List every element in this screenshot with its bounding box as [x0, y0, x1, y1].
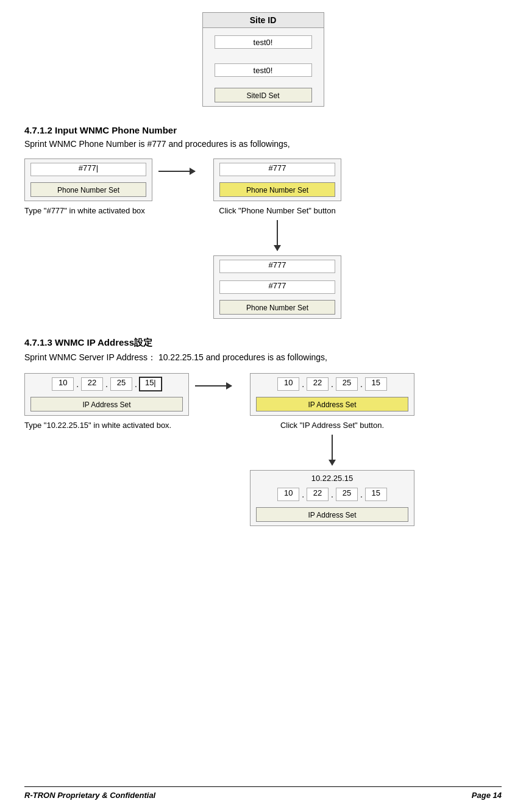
section-473-caption-right: Click "IP Address Set" button.: [280, 421, 384, 430]
ip-confirmed-widget: 10.22.25.15 10 . 22 . 25 . 15 IP Address…: [250, 470, 414, 526]
arrow-line-v: [277, 220, 278, 251]
ip-dot2c: .: [330, 490, 335, 499]
ip-oct3-right[interactable]: 25: [336, 377, 358, 391]
section-473-diagram-row1: 10 . 22 . 25 . 15| IP Address Set Type "…: [24, 373, 502, 526]
ip-oct2-right[interactable]: 22: [307, 377, 329, 391]
phone-input-widget-left: #777| Phone Number Set: [24, 158, 152, 201]
section-472-diagram-row1: #777| Phone Number Set Type "#777" in wh…: [24, 158, 502, 319]
arrow-line: [158, 171, 195, 172]
phone-input-left[interactable]: #777|: [30, 163, 146, 176]
arrow-down-473: [332, 435, 333, 465]
phone-confirmed-val2: #777: [219, 280, 335, 294]
ip-dot2: .: [104, 379, 109, 389]
section-472-right-col: #777 Phone Number Set Click "Phone Numbe…: [213, 158, 341, 319]
siteid-set-button[interactable]: SiteID Set: [215, 88, 312, 102]
siteid-header: Site ID: [203, 13, 324, 28]
ip-set-btn-left[interactable]: IP Address Set: [30, 397, 183, 411]
ip-oct1-left[interactable]: 10: [52, 377, 74, 391]
ip-confirmed-btn: IP Address Set: [256, 507, 408, 522]
ip-dot1: .: [75, 379, 80, 389]
ip-dot3r: .: [359, 379, 364, 389]
footer-right: Page 14: [472, 791, 502, 800]
ip-oct4-left[interactable]: 15|: [140, 377, 162, 391]
siteid-widget: Site ID test0! test0! SiteID Set: [202, 12, 324, 107]
ip-input-widget-left: 10 . 22 . 25 . 15| IP Address Set: [24, 373, 189, 416]
ip-confirmed-oct4: 15: [365, 488, 387, 501]
phone-confirmed-btn: Phone Number Set: [219, 300, 335, 315]
section-472-caption-left: Type "#777" in white activated box: [24, 206, 152, 215]
section-473-left-col: 10 . 22 . 25 . 15| IP Address Set Type "…: [24, 373, 189, 430]
section-473: 4.7.1.3 WNMC IP Address設定 Sprint WNMC Se…: [24, 337, 502, 526]
ip-confirmed-oct1: 10: [277, 488, 299, 501]
ip-dot1r: .: [300, 379, 305, 389]
arrow-line-v-473: [332, 435, 333, 465]
arrow-right-473: [189, 385, 238, 386]
ip-confirmed-oct3: 25: [336, 488, 358, 501]
footer: R-TRON Proprietary & Confidential Page 1…: [24, 786, 502, 800]
phone-confirmed-val1: #777: [219, 260, 335, 273]
ip-oct1-right[interactable]: 10: [277, 377, 299, 391]
phone-input-right[interactable]: #777: [219, 163, 335, 176]
ip-dot1c: .: [300, 490, 305, 499]
ip-confirmed-row: 10 . 22 . 25 . 15: [251, 484, 414, 505]
section-473-caption-left: Type "10.22.25.15" in white activated bo…: [24, 421, 189, 430]
ip-dot3: .: [133, 379, 138, 389]
arrow-right-472: [152, 171, 201, 172]
ip-dot2r: .: [330, 379, 335, 389]
phone-input-widget-right: #777 Phone Number Set: [213, 158, 341, 201]
siteid-input2[interactable]: test0!: [215, 63, 312, 77]
ip-confirmed-oct2: 22: [307, 488, 329, 501]
arrow-down-472: [277, 220, 278, 251]
ip-set-btn-right[interactable]: IP Address Set: [256, 397, 408, 411]
section-472-desc: Sprint WNMC Phone Number is #777 and pro…: [24, 139, 502, 149]
arrow-line-473: [195, 385, 232, 386]
phone-confirmed-widget: #777 #777 Phone Number Set: [213, 255, 341, 319]
footer-left: R-TRON Proprietary & Confidential: [24, 791, 155, 800]
section-473-heading: 4.7.1.3 WNMC IP Address設定: [24, 337, 502, 349]
right-col-wrapper-472: #777 Phone Number Set Click "Phone Numbe…: [213, 158, 341, 319]
ip-oct2-left[interactable]: 22: [81, 377, 103, 391]
section-472-left-col: #777| Phone Number Set Type "#777" in wh…: [24, 158, 152, 215]
section-473-right-col: 10 . 22 . 25 . 15 IP Address Set Click "…: [250, 373, 414, 526]
ip-input-row-left: 10 . 22 . 25 . 15|: [25, 374, 188, 394]
ip-input-widget-right: 10 . 22 . 25 . 15 IP Address Set: [250, 373, 414, 416]
siteid-input1[interactable]: test0!: [215, 35, 312, 49]
right-col-wrapper-473: 10 . 22 . 25 . 15 IP Address Set Click "…: [250, 373, 414, 526]
ip-input-row-right: 10 . 22 . 25 . 15: [251, 374, 414, 394]
phone-set-btn-left[interactable]: Phone Number Set: [30, 182, 146, 197]
section-473-desc: Sprint WNMC Server IP Address： 10.22.25.…: [24, 352, 502, 363]
ip-confirmed-display: 10.22.25.15: [251, 471, 414, 484]
section-472-heading: 4.7.1.2 Input WNMC Phone Number: [24, 125, 502, 135]
phone-set-btn-right[interactable]: Phone Number Set: [219, 182, 335, 197]
section-472-caption-right: Click "Phone Number Set" button: [219, 206, 335, 215]
top-siteid-section: Site ID test0! test0! SiteID Set: [24, 12, 502, 107]
ip-dot3c: .: [359, 490, 364, 499]
ip-oct3-left[interactable]: 25: [110, 377, 132, 391]
ip-oct4-right[interactable]: 15: [365, 377, 387, 391]
section-472: 4.7.1.2 Input WNMC Phone Number Sprint W…: [24, 125, 502, 319]
